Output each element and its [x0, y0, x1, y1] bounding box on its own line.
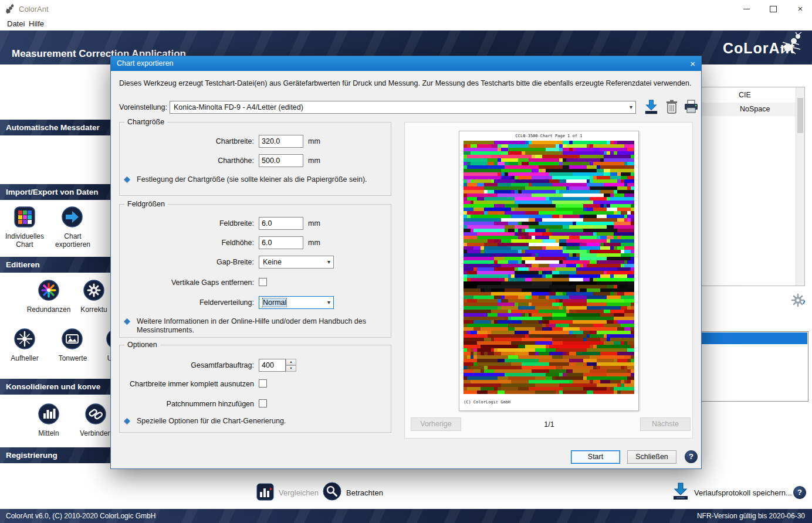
window-titlebar: ColorAnt × [0, 0, 812, 18]
tool-chart-exportieren[interactable]: Chart exportieren [49, 205, 96, 250]
feldhoehe-unit: mm [308, 239, 320, 247]
tool-chart-exportieren-label: Chart exportieren [49, 232, 96, 249]
info-diamond-icon-3: ◆ [124, 416, 130, 425]
tool-mitteln-label: Mitteln [23, 429, 74, 437]
gap-breite-label: Gap-Breite: [119, 258, 254, 266]
sidebar-section-auto-label: Automatische Messdater [6, 123, 100, 132]
tool-individuelles-chart-label: Individuelles Chart [0, 232, 49, 249]
feldgroessen-info: Weitere Informationen in der Online-Hilf… [137, 317, 371, 335]
chart-export-icon [62, 206, 83, 229]
chartbreite-unit: mm [308, 137, 320, 145]
patch-numbers-checkbox[interactable] [259, 399, 267, 407]
menu-datei[interactable]: Datei [7, 19, 25, 28]
full-width-label: Chartbreite immer komplett ausnutzen [119, 380, 254, 388]
charthoehe-label: Charthöhe: [119, 157, 254, 165]
start-button[interactable]: Start [571, 450, 620, 464]
chartbreite-label: Chartbreite: [119, 137, 254, 145]
felderverteilung-label: Felderverteilung: [119, 298, 254, 307]
correction-gear-icon [83, 280, 104, 303]
tool-aufheller-label: Aufheller [0, 354, 49, 362]
close-dialog-button[interactable]: Schließen [627, 450, 676, 464]
cell-nospace: NoSpace [740, 105, 770, 113]
tool-redundanzen-label: Redundanzen [23, 305, 74, 314]
statusbar-left: ColorAnt v6.0, (C) 2010-2020 ColorLogic … [6, 512, 155, 520]
maximize-button[interactable] [760, 0, 786, 18]
vertikale-gaps-checkbox[interactable] [259, 278, 267, 286]
magnifier-icon [323, 482, 341, 502]
feldhoehe-input[interactable] [259, 236, 303, 249]
tool-tonwerte[interactable]: Tonwerte [49, 327, 96, 369]
charthoehe-input[interactable] [259, 154, 303, 167]
dialog-title: Chart exportieren [117, 59, 174, 67]
minimize-button[interactable] [733, 0, 759, 18]
felderverteilung-combobox[interactable]: Normal ▾ [259, 296, 334, 309]
feldbreite-label: Feldbreite: [119, 219, 254, 227]
redundancies-icon [38, 280, 59, 303]
felderverteilung-value: Normal [263, 298, 286, 307]
preset-delete-trash-icon[interactable] [665, 99, 679, 117]
preview-page-footer: (C) ColorLogic GmbH [463, 400, 510, 405]
tac-spin-up-button[interactable]: ▲ [286, 359, 296, 365]
table-scrollbar[interactable] [796, 87, 804, 286]
gesamtfarbauftrag-input[interactable] [259, 359, 286, 372]
compare-icon [256, 483, 274, 502]
compare-button[interactable]: Vergleichen [256, 482, 321, 503]
close-icon: × [798, 4, 803, 13]
tool-individuelles-chart[interactable]: Individuelles Chart [0, 205, 49, 250]
sidebar-section-edit-label: Editieren [6, 260, 40, 269]
menubar: Datei Hilfe [0, 18, 812, 30]
statusbar-right: NFR-Version gültig bis 2020-06-30 [697, 512, 805, 520]
close-button[interactable]: × [787, 0, 812, 18]
scrollbar-thumb[interactable] [797, 98, 803, 133]
minimize-icon [743, 9, 750, 9]
tool-aufheller[interactable]: Aufheller [0, 327, 49, 369]
column-header-cie[interactable]: CIE [739, 91, 751, 99]
chart-export-dialog: Chart exportieren × Dieses Werkzeug erze… [110, 56, 702, 469]
colorant-logo-text: CoLorAnt [723, 40, 795, 57]
group-feldgroessen-title: Feldgrößen [124, 200, 168, 208]
chartbreite-input[interactable] [259, 135, 303, 148]
info-diamond-icon-1: ◆ [124, 174, 130, 184]
preset-combobox[interactable]: Konica-Minolta FD-9 - A4/Letter (edited)… [170, 101, 636, 114]
info-diamond-icon-2: ◆ [124, 316, 130, 325]
chart-preview-canvas [463, 141, 634, 394]
statusbar: ColorAnt v6.0, (C) 2010-2020 ColorLogic … [0, 509, 812, 523]
vertikale-gaps-label: Vertikale Gaps entfernen: [119, 279, 254, 287]
gap-breite-value: Keine [263, 258, 282, 266]
help-icon-dialog[interactable]: ? [685, 450, 698, 463]
maximize-icon [770, 6, 777, 12]
preset-value: Konica-Minolta FD-9 - A4/Letter (edited) [174, 103, 303, 111]
save-log-button[interactable]: Verlaufsprotokoll speichern... [672, 481, 795, 503]
full-width-checkbox[interactable] [259, 379, 267, 388]
preset-save-icon[interactable] [644, 99, 659, 117]
view-button[interactable]: Betrachten [323, 481, 384, 502]
help-icon-main[interactable]: ? [793, 486, 806, 499]
tac-spin-down-button[interactable]: ▼ [286, 365, 296, 372]
menu-hilfe[interactable]: Hilfe [29, 19, 44, 28]
optionen-info: Spezielle Optionen für die Chart-Generie… [137, 417, 383, 426]
dialog-close-icon[interactable]: × [690, 56, 695, 71]
sidebar-section-registration-label: Registrierung [6, 451, 57, 460]
sync-settings-gear-icon[interactable] [790, 292, 806, 310]
group-optionen-title: Optionen [124, 341, 160, 349]
tool-mitteln[interactable]: Mitteln [23, 402, 74, 444]
next-page-button[interactable]: Nächste [640, 417, 691, 431]
tone-values-icon [62, 328, 83, 351]
gap-chevron-icon: ▾ [327, 256, 330, 268]
preview-page: CCL0-3500-Chart Page 1 of 1 (C) ColorLog… [459, 131, 639, 411]
feldhoehe-label: Feldhöhe: [119, 239, 254, 247]
dialog-titlebar[interactable]: Chart exportieren × [111, 56, 701, 71]
tool-redundanzen[interactable]: Redundanzen [23, 279, 74, 321]
preset-print-icon[interactable] [684, 99, 699, 116]
tool-tonwerte-label: Tonwerte [49, 354, 96, 362]
dialog-description: Dieses Werkzeug erzeugt Testchart-Datei(… [119, 79, 694, 88]
preview-panel: CCL0-3500-Chart Page 1 of 1 (C) ColorLog… [404, 122, 693, 439]
charthoehe-unit: mm [308, 157, 320, 165]
feldbreite-unit: mm [308, 219, 320, 227]
preset-chevron-icon: ▾ [630, 101, 632, 113]
feldbreite-input[interactable] [259, 217, 303, 230]
group-chartgroesse-title: Chartgröße [124, 118, 167, 126]
save-log-label: Verlaufsprotokoll speichern... [694, 488, 792, 497]
individual-chart-icon [14, 206, 35, 229]
gap-breite-combobox[interactable]: Keine ▾ [259, 256, 334, 269]
